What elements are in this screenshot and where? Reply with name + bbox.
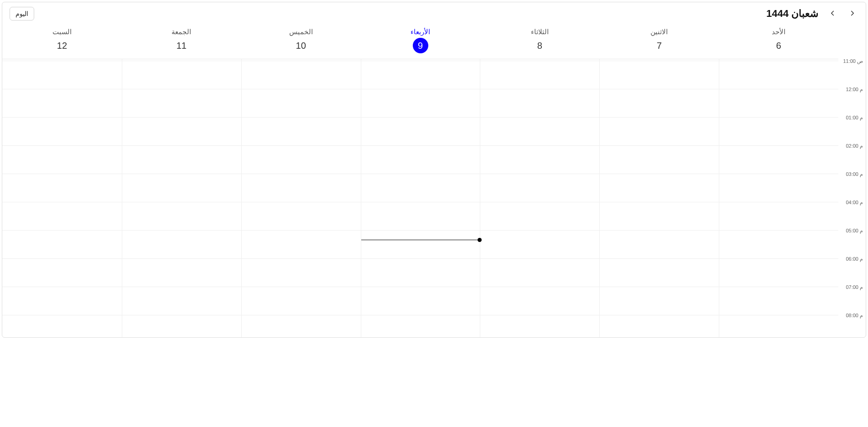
next-button[interactable]: [826, 7, 838, 21]
time-slot[interactable]: [242, 315, 361, 337]
weekday-header[interactable]: الأحد6: [719, 25, 838, 59]
time-slot[interactable]: [719, 259, 838, 287]
time-slot[interactable]: [600, 202, 719, 231]
time-slot[interactable]: [361, 174, 480, 202]
weekday-name: السبت: [2, 28, 122, 36]
time-slot[interactable]: [122, 259, 241, 287]
time-slot[interactable]: [600, 89, 719, 118]
time-slot[interactable]: [480, 315, 599, 337]
time-slot[interactable]: [480, 146, 599, 174]
time-slot[interactable]: [242, 146, 361, 174]
time-slot[interactable]: [600, 61, 719, 89]
time-slot[interactable]: [361, 146, 480, 174]
weekday-name: الخميس: [241, 28, 361, 36]
time-slot[interactable]: [2, 259, 122, 287]
time-slot[interactable]: [480, 174, 599, 202]
time-slot[interactable]: [480, 89, 599, 118]
time-slot[interactable]: [361, 89, 480, 118]
time-slot[interactable]: [242, 202, 361, 231]
time-slot[interactable]: [2, 202, 122, 231]
calendar-body[interactable]: 12:00 ص01:00 ص02:00 ص03:00 ص04:00 ص05:00…: [2, 59, 866, 337]
time-slot[interactable]: [361, 202, 480, 231]
time-label: 12:00 م: [846, 87, 863, 93]
day-column[interactable]: [122, 59, 241, 337]
time-slot[interactable]: [719, 315, 838, 337]
time-slot[interactable]: [242, 231, 361, 259]
day-column[interactable]: [719, 59, 838, 337]
weekday-header[interactable]: السبت12: [2, 25, 122, 59]
weekday-number: 12: [54, 38, 70, 53]
time-slot[interactable]: [600, 231, 719, 259]
time-slot[interactable]: [361, 231, 480, 259]
time-slot[interactable]: [719, 61, 838, 89]
time-slot[interactable]: [2, 146, 122, 174]
time-slot[interactable]: [719, 89, 838, 118]
time-slot[interactable]: [242, 259, 361, 287]
time-slot[interactable]: [2, 118, 122, 146]
day-column[interactable]: [480, 59, 599, 337]
time-slot[interactable]: [122, 118, 241, 146]
calendar-header: شعبان 1444 اليوم: [2, 2, 866, 25]
time-slot[interactable]: [480, 61, 599, 89]
time-slot[interactable]: [361, 287, 480, 315]
time-slot[interactable]: [242, 174, 361, 202]
time-slot[interactable]: [122, 287, 241, 315]
time-slot[interactable]: [122, 231, 241, 259]
time-slot[interactable]: [242, 287, 361, 315]
time-slot[interactable]: [480, 287, 599, 315]
day-column[interactable]: [361, 59, 480, 337]
prev-button[interactable]: [847, 7, 858, 21]
weekday-header[interactable]: الاثنين7: [599, 25, 719, 59]
time-slot[interactable]: [719, 118, 838, 146]
time-slot[interactable]: [122, 146, 241, 174]
time-slot[interactable]: [719, 287, 838, 315]
day-column[interactable]: [599, 59, 719, 337]
today-button[interactable]: اليوم: [10, 7, 34, 21]
time-slot[interactable]: [719, 174, 838, 202]
time-slot[interactable]: [719, 146, 838, 174]
time-slot[interactable]: [600, 287, 719, 315]
time-slot[interactable]: [242, 89, 361, 118]
calendar-container: شعبان 1444 اليوم الأحد6الاثنين7الثلاثاء8…: [2, 2, 866, 338]
weekday-header[interactable]: الثلاثاء8: [480, 25, 599, 59]
time-slot[interactable]: [122, 315, 241, 337]
time-slot[interactable]: [2, 315, 122, 337]
chevron-right-icon: [848, 9, 857, 19]
time-slot[interactable]: [361, 118, 480, 146]
day-column[interactable]: [241, 59, 361, 337]
time-slot[interactable]: [480, 202, 599, 231]
weekday-header[interactable]: الجمعة11: [122, 25, 241, 59]
time-slot[interactable]: [122, 202, 241, 231]
weekday-header-row: الأحد6الاثنين7الثلاثاء8الأربعاء9الخميس10…: [2, 25, 838, 59]
weekday-header[interactable]: الأربعاء9: [361, 25, 480, 59]
time-slot[interactable]: [361, 61, 480, 89]
time-slot[interactable]: [600, 118, 719, 146]
time-slot[interactable]: [2, 61, 122, 89]
time-slot[interactable]: [361, 259, 480, 287]
time-slot[interactable]: [122, 61, 241, 89]
day-column[interactable]: [2, 59, 122, 337]
time-slot[interactable]: [719, 231, 838, 259]
time-slot[interactable]: [600, 174, 719, 202]
time-slot[interactable]: [719, 202, 838, 231]
time-slot[interactable]: [242, 118, 361, 146]
time-slot[interactable]: [480, 231, 599, 259]
time-slot[interactable]: [480, 118, 599, 146]
time-label: 04:00 م: [846, 200, 863, 206]
time-slot[interactable]: [600, 146, 719, 174]
time-slot[interactable]: [600, 259, 719, 287]
time-slot[interactable]: [2, 287, 122, 315]
time-slot[interactable]: [2, 89, 122, 118]
time-slot[interactable]: [122, 89, 241, 118]
time-slot[interactable]: [242, 61, 361, 89]
week-grid[interactable]: [2, 59, 838, 337]
time-slot[interactable]: [600, 315, 719, 337]
time-slot[interactable]: [122, 174, 241, 202]
time-slot[interactable]: [2, 231, 122, 259]
time-slot[interactable]: [480, 259, 599, 287]
time-slot[interactable]: [2, 174, 122, 202]
weekday-name: الأربعاء: [361, 28, 480, 36]
time-label: 03:00 م: [846, 171, 863, 177]
time-slot[interactable]: [361, 315, 480, 337]
weekday-header[interactable]: الخميس10: [241, 25, 361, 59]
